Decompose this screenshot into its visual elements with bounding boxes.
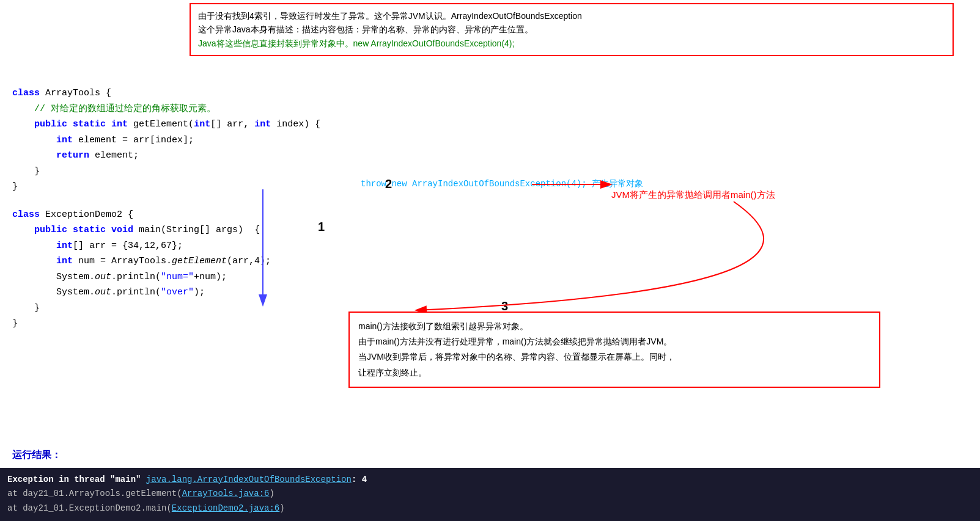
bottom-line4: 让程序立刻终止。 bbox=[358, 365, 871, 381]
number-badge-1: 1 bbox=[318, 220, 325, 234]
console-output: Exception in thread "main" java.lang.Arr… bbox=[0, 468, 980, 521]
run-result-title: 运行结果： bbox=[12, 449, 968, 462]
bottom-line2: 由于main()方法并没有进行处理异常，main()方法就会继续把异常抛给调用者… bbox=[358, 334, 871, 349]
exceptiondemo2-link[interactable]: ExceptionDemo2.java:6 bbox=[172, 503, 279, 513]
bottom-annotation-box: main()方法接收到了数组索引越界异常对象。 由于main()方法并没有进行处… bbox=[348, 312, 880, 388]
getElement-call-line: int num = ArrayTools.getElement(arr,4); bbox=[12, 253, 968, 269]
class-exceptiondemo2-decl: class ExceptionDemo2 { bbox=[12, 207, 968, 223]
main-container: 由于没有找到4索引，导致运行时发生了异常。这个异常JVM认识。ArrayInde… bbox=[0, 0, 980, 338]
run-result-section: 运行结果： Exception in thread "main" java.la… bbox=[0, 445, 980, 521]
console-at1-pre: at day21_01.ArrayTools.getElement( bbox=[7, 489, 182, 498]
console-line2: at day21_01.ArrayTools.getElement(ArrayT… bbox=[7, 487, 973, 501]
bottom-line1: main()方法接收到了数组索引越界异常对象。 bbox=[358, 319, 871, 334]
getElement-decl: public static int getElement(int[] arr, … bbox=[12, 117, 968, 133]
println-over-line: System.out.println("over"); bbox=[12, 285, 968, 301]
class-arraytools-decl: class ArrayTools { bbox=[12, 86, 968, 101]
int-element-line: int element = arr[index]; bbox=[12, 133, 968, 148]
top-annotation-box: 由于没有找到4索引，导致运行时发生了异常。这个异常JVM认识。ArrayInde… bbox=[190, 3, 954, 56]
console-at1-post: ) bbox=[269, 489, 274, 498]
top-annotation-line3: Java将这些信息直接封装到异常对象中。new ArrayIndexOutOfB… bbox=[198, 37, 945, 50]
bottom-line3: 当JVM收到异常后，将异常对象中的名称、异常内容、位置都显示在屏幕上。同时， bbox=[358, 349, 871, 365]
exception-class-link[interactable]: java.lang.ArrayIndexOutOfBoundsException bbox=[146, 475, 352, 484]
println-num-line: System.out.println("num="+num); bbox=[12, 269, 968, 285]
jvm-annotation: JVM将产生的异常抛给调用者main()方法 bbox=[611, 189, 775, 201]
console-line1: Exception in thread "main" java.lang.Arr… bbox=[7, 473, 973, 487]
number-badge-2: 2 bbox=[385, 177, 392, 191]
console-at2-post: ) bbox=[279, 503, 284, 513]
comment-line: // 对给定的数组通过给定的角标获取元素。 bbox=[12, 101, 968, 117]
console-at2-pre: at day21_01.ExceptionDemo2.main( bbox=[7, 503, 172, 513]
arr-init-line: int[] arr = {34,12,67}; bbox=[12, 238, 968, 254]
exception-prefix: Exception in thread "main" bbox=[7, 475, 146, 484]
code-section: class ArrayTools { // 对给定的数组通过给定的角标获取元素。… bbox=[12, 86, 968, 332]
console-line3: at day21_01.ExceptionDemo2.main(Exceptio… bbox=[7, 501, 973, 516]
arraytools-link[interactable]: ArrayTools.java:6 bbox=[182, 489, 270, 498]
top-annotation-line2: 这个异常Java本身有描述：描述内容包括：异常的名称、异常的内容、异常的产生位置… bbox=[198, 23, 945, 36]
exception-value: : 4 bbox=[352, 475, 367, 484]
return-line: return element; bbox=[12, 148, 968, 164]
close-method: } bbox=[12, 164, 968, 180]
throw-annotation: throw new ArrayIndexOutOfBoundsException… bbox=[361, 178, 643, 189]
main-decl: public static void main(String[] args) { bbox=[12, 222, 968, 238]
top-annotation-line1: 由于没有找到4索引，导致运行时发生了异常。这个异常JVM认识。ArrayInde… bbox=[198, 9, 945, 23]
